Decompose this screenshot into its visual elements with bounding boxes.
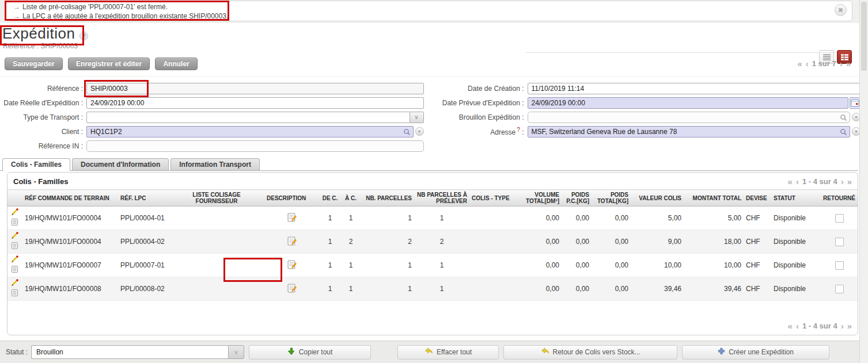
- a-c-cell: 1: [340, 254, 361, 277]
- tabbar: Colis - Familles Document d'Information …: [0, 158, 858, 171]
- last-page-icon[interactable]: »: [846, 59, 851, 68]
- colis-type-cell: [469, 254, 520, 277]
- column-header[interactable]: DE C.: [320, 190, 340, 207]
- open-form-icon[interactable]: [11, 242, 18, 251]
- chevron-down-icon[interactable]: ∨: [410, 112, 424, 123]
- scrollbar-thumb[interactable]: [861, 2, 867, 71]
- retourne-checkbox[interactable]: [835, 214, 844, 223]
- brouillon-expedition-field[interactable]: [528, 112, 851, 123]
- column-header[interactable]: COLIS - TYPE: [469, 190, 520, 207]
- date-reelle-field[interactable]: 24/09/2019 00:00: [86, 97, 424, 109]
- return-packs-to-stock-button[interactable]: Retour de Colis vers Stock...: [503, 345, 677, 360]
- edit-pencil-icon[interactable]: [11, 208, 18, 217]
- column-header[interactable]: RÉF COMMANDE DE TERRAIN: [22, 190, 118, 207]
- scrollbar[interactable]: [859, 0, 868, 363]
- tab-information-transport[interactable]: Information Transport: [170, 158, 260, 170]
- date-prevue-field[interactable]: 24/09/2019 00:00: [528, 97, 849, 109]
- open-form-icon[interactable]: [11, 289, 18, 299]
- edit-pencil-icon[interactable]: [11, 232, 18, 241]
- first-page-icon[interactable]: «: [788, 322, 793, 330]
- column-header[interactable]: À C.: [340, 190, 361, 207]
- column-header[interactable]: VOLUME TOTAL[DM³]: [520, 190, 562, 207]
- table-row[interactable]: 19/HQ/MW101/FO00004 PPL/00004-01 1 1 1 1…: [7, 207, 858, 230]
- column-header[interactable]: NB PARCELLES À PRÉLEVER: [414, 190, 469, 207]
- note-icon[interactable]: [287, 286, 297, 295]
- adresse-field[interactable]: MSF, Switzerland Geneva Rue de Lausanne …: [528, 126, 851, 137]
- save-edit-button[interactable]: Enregistrer et éditer: [68, 58, 150, 70]
- column-header[interactable]: POIDS TOTAL[KG]: [592, 190, 631, 207]
- note-icon[interactable]: [287, 263, 297, 271]
- client-field[interactable]: HQ1C1P2: [86, 126, 414, 137]
- date-creation-field[interactable]: 11/10/2019 11:14: [528, 83, 861, 94]
- status-bar: Statut : Brouillon ∨ Copier tout Effacer…: [0, 341, 868, 363]
- ref-terrain-cell: 19/HQ/MW101/FO00007: [22, 254, 118, 277]
- colis-type-cell: [469, 207, 520, 230]
- prev-page-icon[interactable]: ‹: [796, 322, 799, 330]
- edit-pencil-icon[interactable]: [11, 255, 18, 265]
- volume-cell: 0,00: [520, 207, 562, 230]
- table-row[interactable]: 19/HQ/MW101/FO00008 PPL/00008-02 1 1 1 1…: [7, 277, 858, 301]
- notification-line: →La LPC a été ajoutée à l'expédition bro…: [13, 12, 835, 21]
- column-header[interactable]: STATUT: [771, 190, 821, 207]
- table-row[interactable]: 19/HQ/MW101/FO00007 PPL/00007-01 1 1 1 1…: [7, 254, 858, 277]
- next-page-icon[interactable]: ›: [840, 59, 843, 68]
- note-icon[interactable]: [287, 239, 297, 247]
- volume-cell: 0,00: [520, 254, 562, 277]
- first-page-icon[interactable]: «: [788, 177, 793, 186]
- column-header[interactable]: VALEUR COLIS: [631, 190, 684, 207]
- close-icon[interactable]: ✖: [835, 4, 847, 16]
- save-button[interactable]: Sauvegarder: [5, 58, 63, 70]
- statut-cell: Disponible: [771, 277, 821, 301]
- column-header[interactable]: POIDS P.C.[KG]: [562, 190, 592, 207]
- column-header[interactable]: DEVISE: [744, 190, 771, 207]
- status-select[interactable]: Brouillon ∨: [31, 345, 244, 359]
- column-header[interactable]: NB. PARCELLES: [361, 190, 414, 207]
- type-transport-field[interactable]: [86, 112, 410, 123]
- tab-document-information[interactable]: Document d'Information: [72, 158, 169, 170]
- column-header[interactable]: LISTE COLISAGE FOURNISSEUR: [169, 190, 264, 207]
- next-page-icon[interactable]: ›: [841, 177, 844, 186]
- reference-field[interactable]: SHIP/00003: [86, 83, 424, 94]
- dropdown-icon[interactable]: ▼: [415, 127, 424, 136]
- column-header[interactable]: RETOURNÉ: [821, 190, 858, 207]
- ref-lpc-cell: PPL/00008-02: [118, 277, 169, 301]
- open-form-icon[interactable]: [11, 265, 18, 275]
- column-header[interactable]: DESCRIPTION: [264, 190, 320, 207]
- table-pager-bottom: « ‹ 1 - 4 sur 4 › »: [788, 322, 852, 330]
- last-page-icon[interactable]: »: [847, 177, 852, 186]
- clear-all-button[interactable]: Effacer tout: [397, 345, 499, 360]
- liste-colisage-cell: [169, 207, 264, 230]
- reference-in-field[interactable]: [86, 140, 424, 152]
- note-icon[interactable]: [287, 216, 297, 224]
- help-icon[interactable]: ?: [517, 127, 520, 133]
- poids-total-cell: 0,00: [592, 230, 631, 254]
- retourne-cell: [821, 207, 858, 230]
- column-header[interactable]: RÉF. LPC: [118, 190, 169, 207]
- last-page-icon[interactable]: »: [847, 322, 852, 330]
- nb-parcelles-cell: 1: [361, 254, 414, 277]
- search-icon[interactable]: [403, 128, 411, 137]
- first-page-icon[interactable]: «: [797, 59, 802, 68]
- retourne-checkbox[interactable]: [835, 285, 844, 293]
- ref-lpc-cell: PPL/00004-02: [118, 230, 169, 254]
- prev-page-icon[interactable]: ‹: [796, 177, 799, 186]
- create-shipment-button[interactable]: Créer une Expédition: [682, 345, 829, 360]
- retourne-checkbox[interactable]: [835, 261, 844, 270]
- edit-pencil-icon[interactable]: [11, 279, 18, 288]
- next-page-icon[interactable]: ›: [841, 322, 844, 330]
- pager-label: 1 - 4 sur 4: [802, 177, 837, 186]
- help-icon[interactable]: ?: [79, 32, 88, 40]
- retourne-checkbox[interactable]: [835, 238, 844, 246]
- search-icon[interactable]: [840, 114, 847, 123]
- search-icon[interactable]: [840, 128, 847, 137]
- ref-lpc-cell: PPL/00004-01: [118, 207, 169, 230]
- copy-all-button[interactable]: Copier tout: [249, 345, 371, 360]
- table-row[interactable]: 19/HQ/MW101/FO00004 PPL/00004-02 1 2 2 2…: [7, 230, 858, 254]
- tab-colis-familles[interactable]: Colis - Familles: [2, 158, 70, 170]
- prev-page-icon[interactable]: ‹: [806, 59, 809, 68]
- open-form-icon[interactable]: [11, 218, 18, 228]
- column-header[interactable]: MONTANT TOTAL: [684, 190, 744, 207]
- retourne-cell: [821, 254, 858, 277]
- cancel-button[interactable]: Annuler: [155, 58, 197, 70]
- valeur-cell: 39,46: [631, 277, 684, 301]
